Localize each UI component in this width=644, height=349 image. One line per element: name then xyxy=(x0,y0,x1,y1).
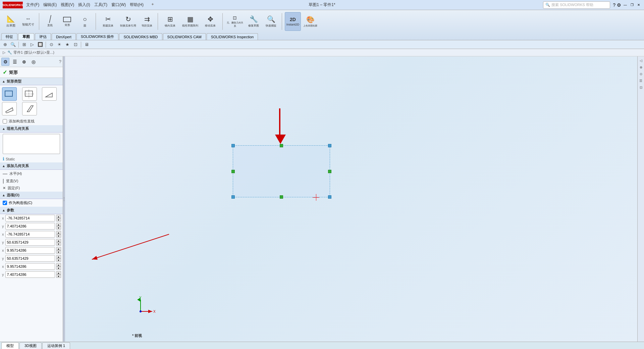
smart-dim-btn[interactable]: ↔ 智能尺寸 xyxy=(20,12,36,31)
param-spin-up-0[interactable]: ▲ xyxy=(56,215,61,218)
restore-btn[interactable]: ❐ xyxy=(629,2,635,8)
panel-icon-list[interactable]: ☰ xyxy=(11,58,19,66)
rect-type-4[interactable] xyxy=(22,102,37,115)
tb2-btn-5[interactable]: 🔲 xyxy=(37,41,44,48)
rel-fixed-btn[interactable]: ✕ 固定(F) xyxy=(0,185,63,192)
sketch-rectangle[interactable] xyxy=(233,145,330,197)
settings-btn[interactable]: ⚙ xyxy=(617,2,621,8)
close-btn[interactable]: ✕ xyxy=(636,2,641,8)
offset-btn[interactable]: ⇉ 等距实体 xyxy=(139,12,155,31)
tb2-btn-9[interactable]: ⊡ xyxy=(72,41,79,48)
rsb-btn-4[interactable]: ☰ xyxy=(638,78,644,83)
midhandle-top[interactable] xyxy=(280,144,283,147)
tab-evaluate[interactable]: 评估 xyxy=(35,33,51,40)
menu-view[interactable]: 视图(V) xyxy=(61,2,74,8)
trim-btn[interactable]: ✂ 剪裁实体 xyxy=(99,12,117,31)
tb2-btn-7[interactable]: ☀ xyxy=(56,41,63,48)
panel-icon-feature[interactable]: ⚙ xyxy=(1,58,9,66)
param-spin-up-6[interactable]: ▲ xyxy=(56,263,61,266)
confirm-icon[interactable]: ✓ xyxy=(3,69,7,76)
handle-top-right[interactable] xyxy=(328,144,331,147)
snap-btn[interactable]: 🔍 快速捕捉 xyxy=(263,12,279,31)
param-input-x3[interactable] xyxy=(5,263,55,270)
tb2-btn-1[interactable]: ⊕ xyxy=(1,41,9,48)
panel-icon-dim[interactable]: ◎ xyxy=(30,58,38,66)
del-rel-btn[interactable]: ⊡ 元、删除几何关系 xyxy=(225,12,244,31)
midhandle-right[interactable] xyxy=(328,170,331,173)
menu-window[interactable]: 窗口(W) xyxy=(111,2,126,8)
repair-btn[interactable]: 🔧 修复草图 xyxy=(246,12,262,31)
handle-bottom-right[interactable] xyxy=(328,195,331,199)
param-input-y0[interactable] xyxy=(5,223,55,230)
rel-horizontal-btn[interactable]: — 水平(H) xyxy=(0,170,63,177)
tab-sw-inspection[interactable]: SOLIDWORKS Inspection xyxy=(207,33,258,40)
midhandle-left[interactable] xyxy=(231,170,235,173)
menu-tools[interactable]: 工具(T) xyxy=(94,2,107,8)
linear-arr-btn[interactable]: ▦ 线性草图阵列 xyxy=(181,12,200,31)
param-spin-dn-4[interactable]: ▼ xyxy=(56,250,61,254)
mirror-btn[interactable]: ⊞ 镜向实体 xyxy=(161,12,179,31)
param-spin-dn-6[interactable]: ▼ xyxy=(56,266,61,270)
param-spin-up-4[interactable]: ▲ xyxy=(56,247,61,250)
midhandle-bottom[interactable] xyxy=(280,195,283,199)
panel-help-btn[interactable]: ? xyxy=(59,59,61,64)
menu-insert[interactable]: 插入(I) xyxy=(78,2,90,8)
param-input-y2[interactable] xyxy=(5,255,55,262)
param-spin-dn-0[interactable]: ▼ xyxy=(56,218,61,221)
param-input-y1[interactable] xyxy=(5,239,55,246)
rect-type-section-header[interactable]: ▲ 矩形类型 xyxy=(0,78,63,85)
tb2-btn-10[interactable]: 🖥 xyxy=(83,41,90,48)
instant2d-btn[interactable]: 2D Instant2D xyxy=(285,12,301,31)
color-sketch-btn[interactable]: 🎨 上色草图轮廓 xyxy=(302,12,318,31)
convert-btn[interactable]: ↻ 转换实体引用 xyxy=(119,12,138,31)
exit-sketch-btn[interactable]: 📐 出草图 xyxy=(3,12,19,31)
tb2-btn-4[interactable]: ▷ xyxy=(29,41,36,48)
param-spin-dn-3[interactable]: ▼ xyxy=(56,242,61,246)
minimize-btn[interactable]: — xyxy=(623,2,628,8)
param-input-x1[interactable] xyxy=(5,231,55,238)
existing-rel-section-header[interactable]: ▲ 现有几何关系 xyxy=(0,125,63,133)
rect-type-1[interactable] xyxy=(22,87,37,101)
panel-icon-tag[interactable]: ⊕ xyxy=(20,58,28,66)
rel-vertical-btn[interactable]: | 竖直(V) xyxy=(0,177,63,185)
tab-model[interactable]: 模型 xyxy=(1,342,19,349)
param-input-x2[interactable] xyxy=(5,247,55,254)
search-box[interactable]: 🔍 搜索 SOLIDWORKS 帮助 xyxy=(543,1,610,9)
tab-sw-plugins[interactable]: SOLIDWORKS 插件 xyxy=(76,33,119,40)
move-entity-btn[interactable]: ✥ 移动实体 xyxy=(201,12,220,31)
handle-bottom-left[interactable] xyxy=(231,195,235,199)
tb2-btn-8[interactable]: ★ xyxy=(64,41,71,48)
param-spin-up-2[interactable]: ▲ xyxy=(56,231,61,234)
params-section-header[interactable]: ▲ 参数 xyxy=(0,207,63,214)
param-input-x0[interactable] xyxy=(5,215,55,221)
param-spin-up-7[interactable]: ▲ xyxy=(56,271,61,275)
canvas-area[interactable]: X Y * 前视 xyxy=(65,56,637,342)
tb2-btn-2[interactable]: 🔍 xyxy=(9,41,17,48)
param-spin-dn-5[interactable]: ▼ xyxy=(56,258,61,262)
construction-line-checkbox[interactable] xyxy=(3,119,7,123)
rect-btn[interactable]: 矩形 xyxy=(59,12,75,31)
rsb-btn-2[interactable]: ⊕ xyxy=(638,64,644,70)
menu-edit[interactable]: 编辑(E) xyxy=(43,2,57,8)
as-construction-checkbox[interactable] xyxy=(3,201,7,205)
circle-btn[interactable]: ○ 圆 xyxy=(77,12,93,31)
handle-top-left[interactable] xyxy=(231,144,235,147)
line-btn[interactable]: ╱ 直线 xyxy=(42,12,58,31)
rect-type-3[interactable] xyxy=(2,102,17,115)
rsb-btn-1[interactable]: ◁ xyxy=(638,58,644,63)
param-spin-up-5[interactable]: ▲ xyxy=(56,255,61,258)
tb2-btn-3[interactable]: ⊞ xyxy=(20,41,28,48)
param-input-y3[interactable] xyxy=(5,271,55,278)
param-spin-up-1[interactable]: ▲ xyxy=(56,223,61,226)
tab-feature[interactable]: 特征 xyxy=(1,33,17,40)
tab-sketch[interactable]: 草图 xyxy=(18,33,34,40)
options-section-header[interactable]: ▲ 选项(O) xyxy=(0,192,63,199)
tab-motion1[interactable]: 运动算例 1 xyxy=(42,342,70,349)
tab-sw-cam[interactable]: SOLIDWORKS CAM xyxy=(163,33,206,40)
rsb-btn-5[interactable]: ⊡ xyxy=(638,85,644,90)
param-spin-dn-7[interactable]: ▼ xyxy=(56,275,61,278)
tab-3dview[interactable]: 3D视图 xyxy=(19,342,42,349)
param-spin-up-3[interactable]: ▲ xyxy=(56,239,61,242)
rect-type-0[interactable] xyxy=(2,87,17,101)
add-rel-section-header[interactable]: ▲ 添加几何关系 xyxy=(0,162,63,170)
